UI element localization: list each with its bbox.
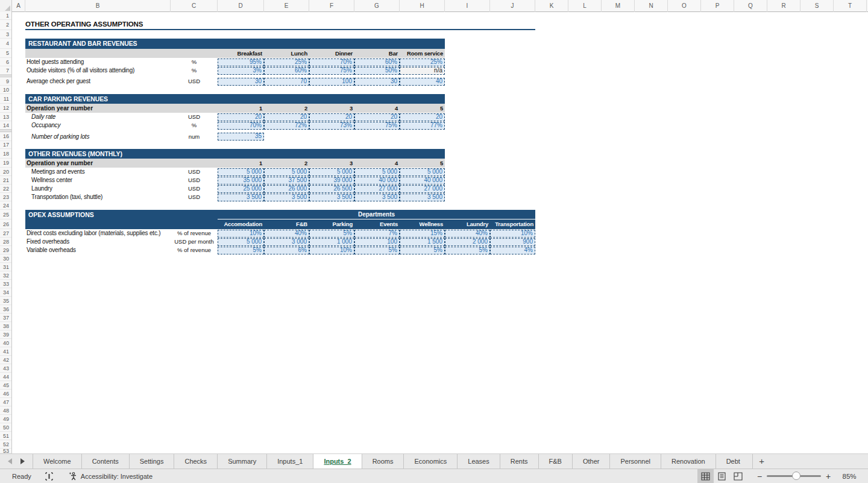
scroll-tabs-right-icon[interactable] (20, 458, 25, 464)
column-header-o[interactable]: O (668, 0, 701, 12)
row-header-33[interactable]: 33 (0, 280, 11, 288)
row-header-41[interactable]: 41 (0, 347, 11, 356)
sheet-tab-renovation[interactable]: Renovation (661, 454, 715, 469)
row-header-40[interactable]: 40 (0, 339, 11, 347)
row-header-36[interactable]: 36 (0, 305, 11, 314)
row-header-9[interactable]: 9 (0, 77, 11, 86)
row-header-25[interactable]: 25 (0, 210, 11, 219)
sheet-tab-debt[interactable]: Debt (715, 454, 753, 469)
sheet-tab-rooms[interactable]: Rooms (362, 454, 404, 469)
page-break-preview-button[interactable] (730, 469, 746, 483)
input-cell[interactable]: 60% (264, 67, 309, 75)
input-cell[interactable]: 7% (354, 230, 400, 238)
row-header-2[interactable]: 2 (0, 20, 11, 30)
row-header-14[interactable]: 14 (0, 121, 11, 130)
row-header-48[interactable]: 48 (0, 406, 11, 415)
row-header-45[interactable]: 45 (0, 381, 11, 390)
input-cell[interactable]: 27 000 (354, 185, 400, 193)
row-header-42[interactable]: 42 (0, 356, 11, 364)
input-cell[interactable]: 37 500 (264, 177, 309, 185)
sheet-tab-personnel[interactable]: Personnel (609, 454, 661, 469)
input-cell[interactable]: 100 (354, 238, 400, 246)
input-cell[interactable]: 27 000 (400, 185, 445, 193)
input-cell[interactable]: 3% (218, 67, 264, 75)
input-cell[interactable]: 20 (218, 113, 264, 121)
input-cell[interactable]: 20 (354, 113, 400, 121)
column-header-i[interactable]: I (445, 0, 490, 12)
row-header-28[interactable]: 28 (0, 238, 11, 246)
input-cell[interactable]: 40 000 (400, 177, 445, 185)
input-cell[interactable]: 5% (309, 230, 354, 238)
row-header-47[interactable]: 47 (0, 398, 11, 406)
sheet-tab-f-b[interactable]: F&B (538, 454, 572, 469)
row-header-23[interactable]: 23 (0, 193, 11, 201)
column-header-c[interactable]: C (171, 0, 218, 12)
input-cell[interactable]: 30 (218, 78, 264, 86)
row-header-21[interactable]: 21 (0, 176, 11, 185)
input-cell[interactable]: 900 (490, 238, 535, 246)
input-cell[interactable]: 50% (354, 67, 400, 75)
input-cell[interactable]: 72% (264, 122, 309, 130)
column-header-p[interactable]: P (701, 0, 734, 12)
column-header-a[interactable]: A (12, 0, 25, 12)
select-all-corner[interactable] (0, 0, 12, 12)
input-cell[interactable]: 3 500 (354, 194, 400, 201)
page-layout-view-button[interactable] (714, 469, 730, 483)
row-header-35[interactable]: 35 (0, 297, 11, 305)
row-header-4[interactable]: 4 (0, 39, 11, 49)
input-cell[interactable]: 30 (354, 78, 400, 86)
input-cell[interactable]: 4% (490, 247, 535, 254)
column-header-n[interactable]: N (635, 0, 668, 12)
input-cell[interactable]: 6% (264, 247, 309, 254)
column-header-q[interactable]: Q (734, 0, 767, 12)
row-header-44[interactable]: 44 (0, 373, 11, 381)
row-header-24[interactable]: 24 (0, 201, 11, 210)
sheet-tab-summary[interactable]: Summary (217, 454, 266, 469)
column-header-k[interactable]: K (535, 0, 568, 12)
column-header-e[interactable]: E (264, 0, 309, 12)
column-header-m[interactable]: M (602, 0, 635, 12)
input-cell[interactable]: 70% (218, 122, 264, 130)
zoom-in-button[interactable]: + (821, 472, 835, 481)
input-cell[interactable]: 40% (264, 230, 309, 238)
input-cell[interactable]: 20 (264, 113, 309, 121)
row-header-53[interactable]: 53 (0, 449, 11, 453)
sheet-tab-other[interactable]: Other (572, 454, 610, 469)
row-header-50[interactable]: 50 (0, 423, 11, 432)
row-header-22[interactable]: 22 (0, 185, 11, 193)
input-cell[interactable]: 25% (264, 58, 309, 66)
row-header-26[interactable]: 26 (0, 219, 11, 229)
input-cell[interactable]: 5 000 (309, 168, 354, 176)
row-header-6[interactable]: 6 (0, 58, 11, 66)
row-header-31[interactable]: 31 (0, 263, 11, 271)
input-cell[interactable]: n/a (400, 67, 445, 75)
row-header-19[interactable]: 19 (0, 159, 11, 168)
row-header-30[interactable]: 30 (0, 254, 11, 263)
row-header-5[interactable]: 5 (0, 49, 11, 58)
input-cell[interactable]: 70 (264, 78, 309, 86)
row-header-7[interactable]: 7 (0, 66, 11, 75)
sheet-tab-settings[interactable]: Settings (129, 454, 174, 469)
sheet-tab-leases[interactable]: Leases (457, 454, 499, 469)
input-cell[interactable]: 25% (400, 58, 445, 66)
row-header-10[interactable]: 10 (0, 86, 11, 94)
row-header-38[interactable]: 38 (0, 322, 11, 330)
row-header-29[interactable]: 29 (0, 246, 11, 254)
column-header-b[interactable]: B (25, 0, 171, 12)
input-cell[interactable]: 3 000 (264, 238, 309, 246)
row-header-43[interactable]: 43 (0, 364, 11, 373)
input-cell[interactable]: 3 500 (218, 194, 264, 201)
scroll-tabs-left-icon[interactable] (8, 458, 12, 464)
row-header-18[interactable]: 18 (0, 149, 11, 159)
input-cell[interactable]: 3 500 (400, 194, 445, 201)
sheet-tab-rents[interactable]: Rents (500, 454, 538, 469)
input-cell[interactable]: 26 500 (309, 185, 354, 193)
row-header-49[interactable]: 49 (0, 415, 11, 423)
column-header-l[interactable]: L (568, 0, 602, 12)
input-cell[interactable]: 20 (400, 113, 445, 121)
input-cell[interactable]: 2 000 (445, 238, 490, 246)
input-cell[interactable]: 25 000 (218, 185, 264, 193)
input-cell[interactable]: 40 000 (354, 177, 400, 185)
input-cell[interactable]: 5 000 (218, 238, 264, 246)
zoom-slider[interactable] (767, 475, 821, 477)
